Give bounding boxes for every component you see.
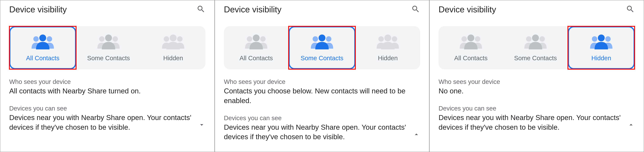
svg-point-6 — [164, 36, 169, 42]
page-title: Device visibility — [438, 4, 496, 14]
svg-point-25 — [605, 36, 611, 42]
option-label: All Contacts — [454, 55, 488, 62]
header: Device visibility — [438, 4, 635, 14]
who-sees-label: Who sees your device — [9, 78, 206, 85]
chevron-up-icon[interactable] — [627, 121, 635, 132]
group-icon — [96, 34, 121, 50]
devices-label: Devices you can see — [224, 115, 408, 122]
svg-point-21 — [526, 36, 532, 42]
svg-point-22 — [540, 36, 545, 42]
svg-point-8 — [170, 34, 176, 41]
svg-point-23 — [532, 34, 539, 41]
search-icon[interactable] — [626, 4, 635, 14]
svg-point-19 — [475, 36, 480, 42]
svg-point-20 — [468, 34, 474, 41]
option-label: All Contacts — [26, 55, 60, 62]
devices-label: Devices you can see — [9, 105, 194, 112]
svg-point-9 — [247, 36, 252, 42]
devices-you-can-see: Devices you can see Devices near you wit… — [438, 105, 635, 132]
option-label: Some Contacts — [87, 55, 130, 62]
svg-point-3 — [99, 36, 104, 42]
panel-hidden: Device visibility All Contacts Some Cont… — [429, 0, 644, 152]
svg-point-16 — [392, 36, 397, 42]
devices-you-can-see: Devices you can see Devices near you wit… — [224, 115, 420, 142]
option-label: Some Contacts — [300, 55, 343, 62]
header: Device visibility — [9, 4, 206, 14]
option-label: Some Contacts — [514, 55, 557, 62]
page-title: Device visibility — [224, 4, 281, 14]
svg-point-24 — [592, 36, 597, 42]
option-hidden[interactable]: Hidden — [356, 26, 420, 69]
option-label: Hidden — [591, 55, 611, 62]
svg-point-2 — [39, 34, 46, 41]
svg-point-7 — [177, 36, 182, 42]
chevron-up-icon[interactable] — [413, 131, 420, 142]
option-label: Hidden — [378, 55, 398, 62]
devices-text: Devices near you with Nearby Share open.… — [438, 113, 623, 132]
group-icon — [375, 34, 400, 50]
svg-point-10 — [260, 36, 266, 42]
who-sees-text: All contacts with Nearby Share turned on… — [9, 86, 206, 96]
header: Device visibility — [224, 4, 420, 14]
devices-label: Devices you can see — [438, 105, 623, 112]
svg-point-4 — [112, 36, 118, 42]
who-sees-text: Contacts you choose below. New contacts … — [224, 86, 420, 106]
svg-point-1 — [47, 36, 52, 42]
svg-point-14 — [318, 34, 326, 41]
page-title: Device visibility — [9, 4, 67, 14]
chevron-down-icon[interactable] — [198, 121, 206, 132]
group-icon — [588, 34, 614, 50]
svg-point-11 — [253, 34, 260, 41]
devices-text: Devices near you with Nearby Share open.… — [224, 123, 408, 142]
option-some-contacts[interactable]: Some Contacts — [76, 26, 141, 69]
group-icon — [160, 34, 186, 50]
option-some-contacts[interactable]: Some Contacts — [288, 26, 356, 69]
devices-you-can-see: Devices you can see Devices near you wit… — [9, 105, 206, 132]
group-icon — [523, 34, 548, 50]
option-all-contacts[interactable]: All Contacts — [9, 26, 76, 69]
svg-point-15 — [378, 36, 384, 42]
option-hidden[interactable]: Hidden — [141, 26, 206, 69]
visibility-options: All Contacts Some Contacts Hidden — [438, 26, 635, 69]
group-icon — [458, 34, 484, 50]
devices-text: Devices near you with Nearby Share open.… — [9, 113, 194, 132]
option-hidden[interactable]: Hidden — [568, 26, 635, 69]
option-label: All Contacts — [240, 55, 273, 62]
svg-point-26 — [598, 34, 605, 41]
svg-point-13 — [326, 36, 332, 42]
option-label: Hidden — [163, 55, 183, 62]
who-sees-label: Who sees your device — [224, 78, 420, 85]
group-icon — [309, 34, 335, 50]
search-icon[interactable] — [411, 4, 420, 14]
search-icon[interactable] — [196, 4, 206, 14]
svg-point-12 — [312, 36, 318, 42]
svg-point-17 — [384, 34, 391, 41]
option-all-contacts[interactable]: All Contacts — [224, 26, 288, 69]
group-icon — [30, 34, 56, 50]
panel-some-contacts: Device visibility All Contacts Some Cont… — [215, 0, 429, 152]
svg-point-0 — [33, 36, 39, 42]
svg-point-5 — [105, 34, 112, 41]
visibility-options: All Contacts Some Contacts Hidden — [9, 26, 206, 69]
option-some-contacts[interactable]: Some Contacts — [503, 26, 568, 69]
who-sees-text: No one. — [438, 86, 635, 96]
panel-all-contacts: Device visibility All Contacts Some Cont… — [0, 0, 215, 152]
who-sees-label: Who sees your device — [438, 78, 635, 85]
visibility-options: All Contacts Some Contacts Hidden — [224, 26, 420, 69]
group-icon — [244, 34, 269, 50]
option-all-contacts[interactable]: All Contacts — [438, 26, 503, 69]
svg-point-18 — [462, 36, 467, 42]
